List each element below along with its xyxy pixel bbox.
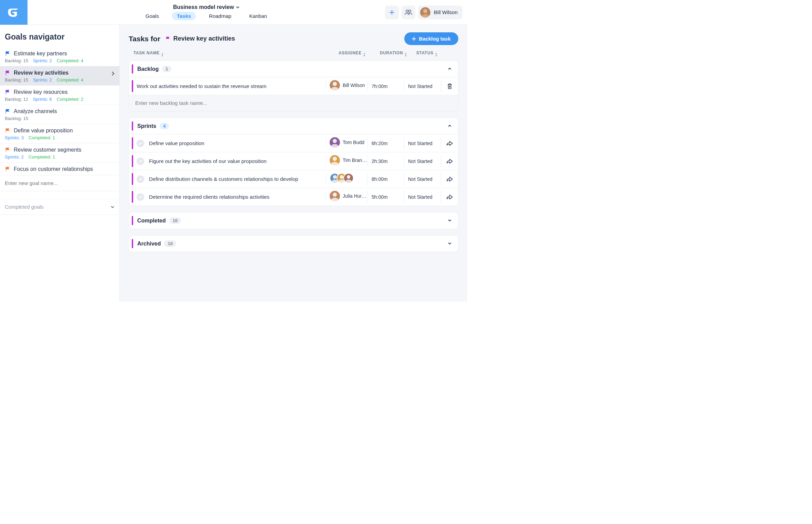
task-assignee[interactable]: Tim Bran… [326, 155, 367, 165]
task-assignee[interactable]: Tom Budd [326, 137, 367, 148]
sprints-count: Sprints: 3 [5, 135, 24, 140]
tab-roadmap[interactable]: Roadmap [204, 12, 236, 20]
chevron-down-icon [448, 218, 452, 224]
col-assignee[interactable]: ASSIGNEE▲▼ [339, 51, 380, 57]
people-icon [405, 9, 412, 15]
col-task-name[interactable]: TASK NAME▲▼ [133, 51, 339, 57]
tab-goals[interactable]: Goals [141, 12, 164, 20]
task-row[interactable]: Figure out the key activities of our val… [129, 152, 458, 170]
task-row[interactable]: Define distribution channels & customers… [129, 170, 458, 188]
app-logo[interactable] [0, 0, 28, 25]
add-button[interactable] [385, 6, 399, 19]
section-backlog-header[interactable]: Backlog 1 [129, 61, 458, 77]
svg-point-3 [333, 82, 337, 86]
chevron-right-icon [111, 71, 115, 77]
sidebar-goal-item[interactable]: Focus on customer relationships [0, 163, 119, 175]
forward-task-button[interactable] [441, 173, 458, 185]
section-title: Backlog [137, 66, 159, 72]
flag-icon [5, 147, 10, 153]
completed-count: Completed: 4 [57, 77, 83, 83]
flag-icon [5, 70, 10, 76]
forward-icon [447, 177, 453, 182]
svg-point-7 [340, 175, 343, 178]
task-status[interactable]: Not Started [404, 137, 441, 149]
new-goal-input[interactable] [0, 175, 119, 191]
completed-count: Completed: 1 [29, 135, 55, 140]
count-badge: 1 [162, 66, 171, 72]
goal-name: Review key activities [14, 70, 68, 76]
project-title-dropdown[interactable]: Business model review [173, 4, 239, 10]
sidebar-goal-item[interactable]: Review key activities Backlog: 15Sprints… [0, 66, 119, 86]
task-name: Work out activities needed to sustain th… [129, 83, 326, 89]
col-status[interactable]: STATUS▲▼ [416, 51, 453, 57]
check-icon [138, 159, 142, 163]
task-checkbox[interactable] [137, 157, 144, 165]
svg-point-4 [333, 139, 337, 143]
column-headers: TASK NAME▲▼ ASSIGNEE▲▼ DURATION▲▼ STATUS… [129, 51, 458, 61]
new-backlog-task-input[interactable] [135, 100, 452, 106]
sprints-count: Sprints: 2 [33, 77, 52, 83]
task-assignee[interactable]: Julia Hurley [326, 191, 367, 201]
sidebar-goal-item[interactable]: Analyze channels Backlog: 15 [0, 105, 119, 124]
task-duration: 5h:00m [367, 191, 404, 203]
svg-point-9 [333, 193, 337, 197]
task-status[interactable]: Not Started [404, 80, 441, 92]
avatar [330, 191, 340, 201]
tab-tasks[interactable]: Tasks [172, 12, 196, 20]
count-badge: 10 [169, 217, 181, 224]
task-checkbox[interactable] [137, 175, 144, 183]
sidebar-goal-item[interactable]: Review customer segments Sprints: 2Compl… [0, 143, 119, 163]
check-icon [138, 177, 142, 181]
add-backlog-task-button[interactable]: Backlog task [404, 32, 458, 45]
section-sprints-header[interactable]: Sprints 4 [129, 118, 458, 134]
chevron-down-icon [110, 205, 115, 209]
count-badge: 4 [160, 123, 169, 129]
logo-icon [6, 5, 21, 20]
user-menu[interactable]: Bill Wilson [418, 6, 462, 19]
sidebar-title: Goals navigator [0, 25, 119, 47]
tab-kanban[interactable]: Kanban [244, 12, 272, 20]
task-duration: 8h:00m [367, 173, 404, 185]
sprints-count: Sprints: 6 [33, 97, 52, 102]
task-checkbox[interactable] [137, 193, 144, 201]
task-status[interactable]: Not Started [404, 173, 441, 185]
sidebar-goal-item[interactable]: Review key resources Backlog: 12Sprints:… [0, 86, 119, 105]
task-checkbox[interactable] [137, 140, 144, 147]
project-title: Business model review [173, 4, 234, 10]
col-duration[interactable]: DURATION▲▼ [380, 51, 416, 57]
task-name: Determine the required clients relations… [144, 194, 326, 200]
sidebar-goal-item[interactable]: Estimate key partners Backlog: 15Sprints… [0, 47, 119, 66]
section-title: Sprints [137, 123, 156, 129]
section-completed-header[interactable]: Completed 10 [129, 212, 458, 229]
title-prefix: Tasks for [129, 35, 160, 43]
task-name: Figure out the key activities of our val… [144, 158, 326, 164]
task-status[interactable]: Not Started [404, 155, 441, 167]
task-row[interactable]: Determine the required clients relations… [129, 188, 458, 206]
section-title: Archived [137, 241, 161, 247]
backlog-button-label: Backlog task [419, 36, 451, 42]
section-archived-header[interactable]: Archived 10 [129, 236, 458, 252]
task-assignee[interactable] [326, 173, 367, 183]
completed-count: Completed: 1 [29, 154, 55, 160]
forward-task-button[interactable] [441, 137, 458, 149]
task-duration: 2h:30m [367, 155, 404, 167]
task-status[interactable]: Not Started [404, 191, 441, 203]
flag-icon [5, 89, 10, 95]
task-row[interactable]: Work out activities needed to sustain th… [129, 77, 458, 95]
task-name: Define value proposition [144, 140, 326, 146]
sidebar-goal-item[interactable]: Define value proposition Sprints: 3Compl… [0, 124, 119, 143]
delete-task-button[interactable] [441, 80, 458, 92]
task-row[interactable]: Define value proposition Tom Budd 6h:20m… [129, 134, 458, 152]
user-avatar [420, 7, 430, 18]
flag-icon [5, 109, 10, 114]
sprints-count: Sprints: 2 [5, 154, 24, 160]
goal-name: Define value proposition [14, 128, 73, 134]
task-assignee[interactable]: Bill Wilson [326, 80, 367, 90]
chevron-up-icon [448, 66, 452, 72]
avatar [343, 173, 354, 183]
forward-task-button[interactable] [441, 155, 458, 167]
svg-point-1 [409, 10, 411, 12]
forward-task-button[interactable] [441, 191, 458, 203]
people-button[interactable] [402, 6, 415, 19]
completed-goals-toggle[interactable]: Completed goals [0, 199, 119, 215]
